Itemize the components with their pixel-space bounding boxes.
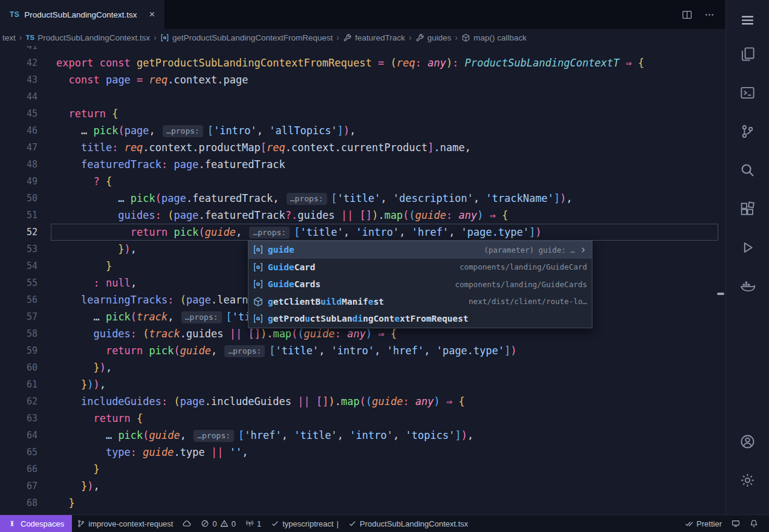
status-file-status[interactable]: ProductSubLandingContext.tsx	[343, 515, 473, 532]
suggest-item-0[interactable]: guide(parameter) guide: …	[248, 241, 592, 259]
code-line-41[interactable]: 41	[0, 46, 725, 54]
scrollbar-thumb[interactable]	[717, 293, 724, 295]
code-line-62[interactable]: 62 includeGuides: (page.includeGuides ||…	[0, 393, 725, 410]
status-ports[interactable]: 1	[241, 515, 266, 532]
status-problems[interactable]: 00	[196, 515, 240, 532]
code-line-50[interactable]: 50 … pick(page.featuredTrack, …props:['t…	[0, 190, 725, 207]
status-language-mode[interactable]: typescriptreact|	[266, 515, 343, 532]
breadcrumb-item-productsublandingcontext-tsx[interactable]: TSProductSubLandingContext.tsx	[24, 33, 151, 42]
activity-run-icon[interactable]	[733, 233, 762, 261]
line-number[interactable]: 60	[0, 359, 37, 376]
line-number[interactable]: 57	[0, 308, 37, 325]
suggest-item-4[interactable]: getProductSubLandingContextFromRequest	[248, 310, 592, 328]
line-number[interactable]: 58	[0, 325, 37, 342]
line-number[interactable]: 54	[0, 258, 37, 274]
line-number[interactable]: 52	[0, 224, 37, 241]
activity-terminal-icon[interactable]	[733, 79, 762, 106]
code-token: ]	[554, 192, 560, 204]
line-number[interactable]: 65	[0, 444, 37, 461]
code-line-44[interactable]: 44	[0, 88, 725, 105]
breadcrumb-item-map-callback[interactable]: map() callback	[460, 33, 528, 42]
status-notifications[interactable]	[745, 515, 763, 532]
code-token: (	[174, 345, 180, 357]
code-line-42[interactable]: 42export const getProductSubLandingConte…	[0, 54, 725, 71]
status-remote-explorer[interactable]	[727, 515, 745, 532]
code-line-51[interactable]: 51 guides: (page.featuredTrack?.guides |…	[0, 207, 725, 224]
line-number[interactable]: 50	[0, 190, 37, 207]
code-token	[421, 57, 427, 69]
more-actions-icon[interactable]	[704, 10, 715, 20]
activity-account-icon[interactable]	[733, 427, 762, 455]
line-number[interactable]: 48	[0, 156, 37, 173]
line-number[interactable]: 68	[0, 495, 37, 511]
code-line-59[interactable]: 59 return pick(guide, …props:['title', '…	[0, 342, 725, 359]
line-number[interactable]: 41	[0, 46, 37, 54]
activity-files-icon[interactable]	[733, 40, 762, 68]
code-token	[458, 57, 464, 69]
code-line-68[interactable]: 68 }	[0, 495, 725, 511]
code-line-60[interactable]: 60 }),	[0, 359, 725, 376]
line-number[interactable]: 55	[0, 274, 37, 291]
code-line-66[interactable]: 66 }	[0, 461, 725, 478]
suggest-item-3[interactable]: getClientBuildManifestnext/dist/client/r…	[248, 293, 592, 311]
line-number[interactable]: 61	[0, 376, 37, 393]
line-number[interactable]: 62	[0, 393, 37, 410]
status-sync[interactable]	[178, 515, 196, 532]
code-line-52[interactable]: 52 return pick(guide, …props:['title', '…	[0, 224, 725, 241]
code-token: const	[68, 74, 105, 86]
breadcrumb-item-featuredtrack[interactable]: featuredTrack	[342, 33, 406, 42]
chevron-right-icon[interactable]	[579, 246, 587, 254]
line-number[interactable]: 42	[0, 54, 37, 71]
code-line-65[interactable]: 65 type: guide.type || '',	[0, 444, 725, 461]
status-branch[interactable]: improve-context-request	[72, 515, 178, 532]
code-line-64[interactable]: 64 … pick(guide, …props:['href', 'title'…	[0, 427, 725, 444]
activity-settings-icon[interactable]	[733, 466, 762, 494]
code-token: 'intro'	[331, 345, 375, 357]
code-line-63[interactable]: 63 return {	[0, 410, 725, 427]
breadcrumb-item-text[interactable]: text	[1, 33, 17, 42]
breadcrumb-item-guides[interactable]: guides	[414, 33, 453, 42]
activity-search-icon[interactable]	[733, 156, 762, 184]
activity-menu-icon[interactable]	[733, 6, 762, 34]
code-line-45[interactable]: 45 return {	[0, 105, 725, 122]
line-number[interactable]: 66	[0, 461, 37, 478]
code-line-47[interactable]: 47 title: req.context.productMap[req.con…	[0, 139, 725, 156]
editor-actions	[682, 0, 725, 29]
code-token: (	[291, 328, 297, 340]
code-line-46[interactable]: 46 … pick(page, …props:['intro', 'allTop…	[0, 122, 725, 139]
split-editor-icon[interactable]	[682, 10, 692, 20]
code-line-48[interactable]: 48 featuredTrack: page.featuredTrack	[0, 156, 725, 173]
remote-indicator-codespaces[interactable]: Codespaces	[0, 515, 72, 532]
line-number[interactable]: 45	[0, 105, 37, 122]
code-token: ⇒	[446, 395, 452, 407]
line-number[interactable]: 44	[0, 88, 37, 105]
line-number[interactable]: 59	[0, 342, 37, 359]
line-number[interactable]: 49	[0, 173, 37, 190]
line-number[interactable]: 56	[0, 291, 37, 308]
code-token: (	[180, 294, 186, 306]
code-line-43[interactable]: 43 const page = req.context.page	[0, 71, 725, 88]
tab-close-icon[interactable]: ×	[149, 8, 155, 21]
line-number[interactable]: 67	[0, 478, 37, 495]
code-line-49[interactable]: 49 ? {	[0, 173, 725, 190]
line-number[interactable]: 46	[0, 122, 37, 139]
line-number[interactable]: 43	[0, 71, 37, 88]
suggest-item-2[interactable]: GuideCardscomponents/landing/GuideCards	[248, 276, 592, 293]
line-number[interactable]: 47	[0, 139, 37, 156]
line-number[interactable]: 63	[0, 410, 37, 427]
line-number[interactable]: 51	[0, 207, 37, 224]
breadcrumb-item-getproductsublandingcontextfromrequest[interactable]: getProductSubLandingContextFromRequest	[159, 33, 334, 42]
activity-source-control-icon[interactable]	[733, 117, 762, 145]
suggest-item-1[interactable]: GuideCardcomponents/landing/GuideCard	[248, 259, 592, 276]
code-editor[interactable]: 4142export const getProductSubLandingCon…	[0, 46, 725, 514]
code-token: .name,	[433, 141, 470, 154]
line-number[interactable]: 53	[0, 241, 37, 258]
activity-docker-icon[interactable]	[733, 272, 762, 300]
line-number[interactable]: 64	[0, 427, 37, 444]
activity-extensions-icon[interactable]	[733, 195, 762, 222]
code-token: [	[238, 429, 244, 441]
status-prettier[interactable]: Prettier	[680, 515, 727, 532]
code-line-61[interactable]: 61 })),	[0, 376, 725, 393]
tab-productsublandingcontext[interactable]: TS ProductSubLandingContext.tsx ×	[0, 0, 164, 29]
code-line-67[interactable]: 67 }),	[0, 478, 725, 495]
